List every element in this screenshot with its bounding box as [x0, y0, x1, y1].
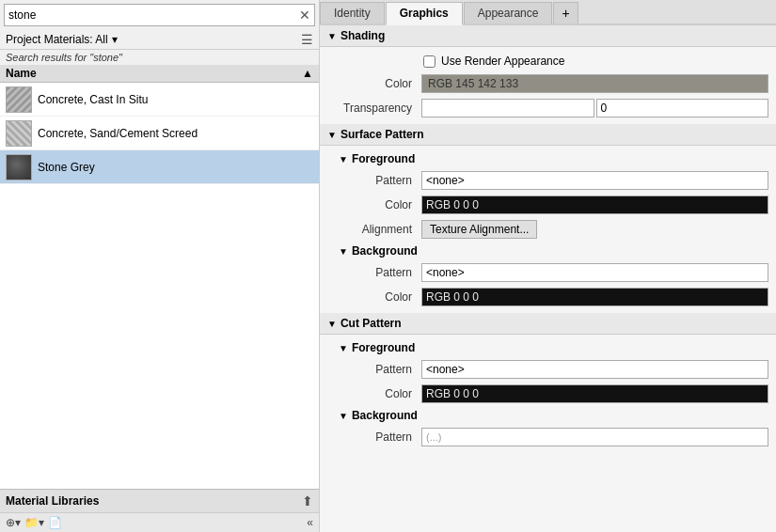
surface-background-label: Background [352, 244, 418, 258]
tab-appearance[interactable]: Appearance [464, 2, 553, 23]
surface-foreground-header[interactable]: ▼ Foreground [320, 149, 776, 168]
cut-fg-color-row: Color RGB 0 0 0 [320, 382, 776, 406]
transparency-value[interactable]: 0 [596, 99, 769, 117]
material-libraries-bar: Material Libraries ⬆ [0, 489, 319, 512]
triangle-icon: ▼ [339, 343, 348, 353]
cut-pattern-label: Cut Pattern [340, 317, 402, 330]
name-column-header: Name [6, 67, 37, 80]
dropdown-arrow-icon: ▾ [112, 33, 118, 46]
cut-bg-pattern-value[interactable]: (...) [421, 428, 768, 446]
surface-pattern-section-header[interactable]: ▼ Surface Pattern [320, 124, 776, 146]
texture-alignment-button[interactable]: Texture Alignment... [421, 220, 537, 239]
project-bar: Project Materials: All ▾ ☰ [0, 30, 319, 50]
search-results-label: Search results for "stone" [0, 50, 319, 65]
surface-bg-color-row: Color RGB 0 0 0 [320, 285, 776, 309]
cut-background-label: Background [352, 409, 418, 422]
list-view-button[interactable]: ☰ [301, 32, 313, 47]
list-item[interactable]: Stone Grey [0, 150, 319, 184]
material-name: Concrete, Sand/Cement Screed [38, 127, 198, 140]
empty-area [0, 184, 319, 372]
material-list: Concrete, Cast In Situ Concrete, Sand/Ce… [0, 83, 319, 489]
search-bar: ✕ [4, 4, 315, 26]
triangle-icon: ▼ [339, 411, 348, 421]
right-panel: Identity Graphics Appearance + ▼ Shading… [320, 0, 776, 532]
pattern-label: Pattern [327, 430, 421, 444]
use-render-appearance-checkbox[interactable] [423, 55, 436, 68]
project-materials-dropdown[interactable]: ▾ [112, 33, 118, 46]
color-label: Color [327, 77, 421, 90]
cut-pattern-section-header[interactable]: ▼ Cut Pattern [320, 313, 776, 335]
shading-section-body: Use Render Appearance Color RGB 145 142 … [320, 47, 776, 124]
surface-foreground-label: Foreground [352, 152, 415, 165]
cut-background-header[interactable]: ▼ Background [320, 406, 776, 425]
surface-fg-color-value[interactable]: RGB 0 0 0 [421, 196, 768, 214]
triangle-icon: ▼ [327, 319, 337, 329]
surface-fg-pattern-value[interactable]: <none> [421, 171, 768, 190]
material-thumbnail [6, 120, 32, 147]
transparency-label: Transparency [327, 102, 421, 115]
cut-fg-color-value[interactable]: RGB 0 0 0 [421, 384, 768, 403]
doc-icon: 📄 [48, 516, 62, 529]
folder-button[interactable]: 📁▾ [24, 516, 44, 529]
alignment-label: Alignment [327, 223, 421, 236]
color-label: Color [327, 198, 421, 211]
surface-background-header[interactable]: ▼ Background [320, 242, 776, 260]
project-bar-left: Project Materials: All ▾ [6, 33, 118, 46]
shading-color-row: Color RGB 145 142 133 [320, 71, 776, 96]
add-material-button[interactable]: ⊕▾ [6, 516, 21, 529]
material-thumbnail [6, 86, 32, 113]
surface-pattern-label: Surface Pattern [340, 128, 424, 141]
cut-foreground-label: Foreground [352, 341, 415, 354]
bottom-toolbar-left: ⊕▾ 📁▾ 📄 [6, 516, 62, 529]
collapse-list-icon[interactable]: ▲ [302, 67, 313, 80]
pattern-label: Pattern [327, 266, 421, 279]
material-libraries-label: Material Libraries [6, 494, 99, 508]
surface-bg-pattern-value[interactable]: <none> [421, 263, 768, 282]
surface-fg-alignment-row: Alignment Texture Alignment... [320, 217, 776, 242]
material-thumbnail [6, 154, 32, 180]
use-render-appearance-row: Use Render Appearance [320, 51, 776, 71]
cut-bg-pattern-row: Pattern (...) [320, 425, 776, 449]
folder-icon: 📁▾ [24, 516, 44, 529]
tabs-bar: Identity Graphics Appearance + [320, 0, 776, 25]
triangle-icon: ▼ [327, 130, 337, 140]
shading-section-header[interactable]: ▼ Shading [320, 25, 776, 47]
right-content: ▼ Shading Use Render Appearance Color RG… [320, 25, 776, 532]
material-name: Stone Grey [38, 161, 95, 174]
doc-button[interactable]: 📄 [48, 516, 62, 529]
add-icon: ⊕▾ [6, 516, 21, 529]
surface-pattern-section-body: ▼ Foreground Pattern <none> Color RGB 0 … [320, 146, 776, 313]
surface-bg-color-value[interactable]: RGB 0 0 0 [421, 288, 768, 306]
cut-foreground-header[interactable]: ▼ Foreground [320, 338, 776, 357]
material-name: Concrete, Cast In Situ [38, 93, 148, 106]
search-input[interactable] [8, 8, 299, 22]
color-label: Color [327, 290, 421, 304]
pattern-label: Pattern [327, 363, 421, 376]
cut-fg-pattern-value[interactable]: <none> [421, 360, 768, 379]
triangle-icon: ▼ [339, 154, 348, 164]
list-item[interactable]: Concrete, Cast In Situ [0, 83, 319, 117]
tab-add-button[interactable]: + [553, 2, 578, 23]
use-render-appearance-label: Use Render Appearance [441, 55, 564, 68]
transparency-row: Transparency 0 [320, 96, 776, 120]
shading-label: Shading [340, 29, 385, 42]
surface-bg-pattern-row: Pattern <none> [320, 260, 776, 285]
collapse-right-icon: « [307, 516, 313, 529]
search-clear-button[interactable]: ✕ [299, 8, 310, 23]
bottom-toolbar: ⊕▾ 📁▾ 📄 « [0, 512, 319, 532]
surface-fg-pattern-row: Pattern <none> [320, 168, 776, 193]
list-item[interactable]: Concrete, Sand/Cement Screed [0, 117, 319, 150]
collapse-libraries-button[interactable]: ⬆ [302, 493, 313, 509]
cut-fg-pattern-row: Pattern <none> [320, 357, 776, 382]
collapse-right-button[interactable]: « [307, 516, 313, 529]
triangle-icon: ▼ [339, 246, 348, 257]
tab-identity[interactable]: Identity [320, 2, 385, 23]
pattern-label: Pattern [327, 174, 421, 187]
triangle-icon: ▼ [327, 31, 337, 41]
list-header: Name ▲ [0, 65, 319, 83]
left-panel: ✕ Project Materials: All ▾ ☰ Search resu… [0, 0, 320, 532]
surface-fg-color-row: Color RGB 0 0 0 [320, 193, 776, 217]
shading-color-value[interactable]: RGB 145 142 133 [421, 74, 768, 93]
project-materials-label: Project Materials: All [6, 33, 108, 46]
tab-graphics[interactable]: Graphics [386, 2, 463, 25]
